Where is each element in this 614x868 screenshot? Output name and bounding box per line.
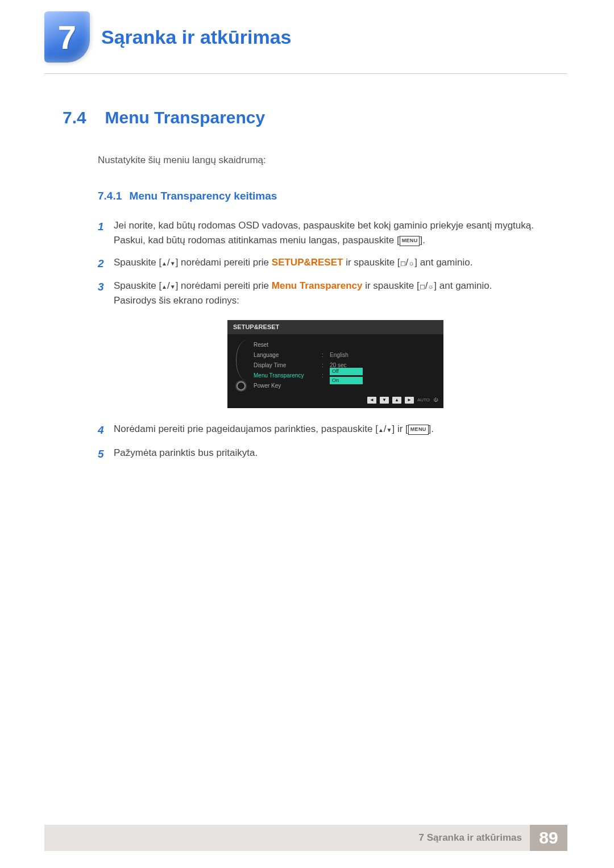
source-icon	[400, 257, 406, 268]
section-heading: 7.4 Menu Transparency	[63, 108, 557, 127]
colon: :	[322, 371, 330, 380]
arc-icon	[236, 340, 246, 380]
step-3-tail: Pasirodys šis ekrano rodinys:	[114, 295, 239, 306]
chapter-title: Sąranka ir atkūrimas	[101, 26, 292, 48]
step-body: Jei norite, kad būtų rodomas OSD vadovas…	[114, 218, 557, 248]
t: ] norėdami pereiti prie	[176, 280, 272, 291]
osd-value: English	[330, 351, 349, 360]
footer-text: 7 Sąranka ir atkūrimas	[419, 832, 522, 844]
step-body: Norėdami pereiti prie pageidaujamos pari…	[114, 422, 557, 438]
step-1-line2b: ].	[420, 235, 425, 246]
osd-label: Language	[254, 351, 322, 360]
highlight-menu-transparency: Menu Transparency	[272, 280, 363, 291]
osd-row-reset: Reset	[254, 340, 437, 350]
osd-screenshot: SETUP&RESET Reset Lan	[227, 320, 443, 408]
power-icon: ⏻	[433, 397, 438, 404]
t: ] ant gaminio.	[414, 257, 472, 268]
osd-title: SETUP&RESET	[227, 320, 443, 334]
t: Spauskite [	[114, 280, 161, 291]
t: ] norėdami pereiti prie	[176, 257, 272, 268]
step-body: Pažymėta parinktis bus pritaikyta.	[114, 446, 557, 462]
osd-label-selected: Menu Transparency	[254, 371, 322, 380]
header: 7 Sąranka ir atkūrimas	[44, 11, 567, 74]
step-3: 3 Spauskite [/] norėdami pereiti prie Me…	[98, 279, 557, 415]
t: ] ant gaminio.	[434, 280, 492, 291]
down-icon	[387, 423, 392, 434]
highlight-setup-reset: SETUP&RESET	[272, 257, 343, 268]
auto-label: AUTO	[417, 397, 430, 404]
t: Spauskite [	[114, 257, 161, 268]
step-number: 3	[98, 279, 114, 415]
osd-bottom-bar: ◄ ▼ ▲ ► AUTO ⏻	[227, 394, 443, 404]
step-1-line1: Jei norite, kad būtų rodomas OSD vadovas…	[114, 220, 534, 231]
subsection-number: 7.4.1	[98, 190, 122, 202]
colon: :	[322, 361, 330, 370]
step-number: 1	[98, 218, 114, 248]
subsection-title: Menu Transparency keitimas	[130, 190, 277, 202]
enter-icon	[428, 280, 434, 291]
subsection-heading: 7.4.1 Menu Transparency keitimas	[98, 190, 557, 202]
step-4: 4 Norėdami pereiti prie pageidaujamos pa…	[98, 422, 557, 438]
osd-option-on: On	[330, 377, 363, 384]
step-number: 2	[98, 255, 114, 272]
osd-label: Display Time	[254, 361, 322, 370]
colon: :	[322, 351, 330, 360]
step-body: Spauskite [/] norėdami pereiti prie Menu…	[114, 279, 557, 415]
osd-left-decor	[234, 340, 248, 391]
down-icon	[170, 280, 176, 291]
step-list: 1 Jei norite, kad būtų rodomas OSD vadov…	[98, 218, 557, 462]
menu-button-icon: MENU	[408, 425, 429, 435]
up-icon	[161, 280, 167, 291]
section-title: Menu Transparency	[105, 108, 265, 127]
down-icon	[170, 257, 176, 268]
badge-shape: 7	[44, 11, 90, 63]
content: 7.4 Menu Transparency Nustatykite šių me…	[63, 108, 557, 469]
intro-text: Nustatykite šių meniu langų skaidrumą:	[98, 155, 557, 166]
step-1-line2a: Paskui, kad būtų rodomas atitinkamas men…	[114, 235, 400, 246]
chapter-badge: 7	[44, 11, 90, 63]
step-number: 5	[98, 446, 114, 462]
down-icon: ▼	[380, 397, 389, 404]
osd-label: Reset	[254, 340, 322, 350]
source-icon	[420, 280, 425, 291]
left-icon: ◄	[367, 397, 376, 404]
t: ir spauskite [	[343, 257, 400, 268]
osd-row-menu-transparency: Menu Transparency : Off On	[254, 371, 437, 381]
osd-row-language: Language : English	[254, 350, 437, 360]
gear-icon	[237, 381, 246, 391]
step-5: 5 Pažymėta parinktis bus pritaikyta.	[98, 446, 557, 462]
up-icon	[378, 423, 384, 434]
footer: 7 Sąranka ir atkūrimas 89	[44, 825, 567, 851]
osd-label: Power Key	[254, 381, 322, 391]
right-icon: ►	[405, 397, 414, 404]
step-2: 2 Spauskite [/] norėdami pereiti prie SE…	[98, 255, 557, 272]
up-icon: ▲	[392, 397, 401, 404]
t: Norėdami pereiti prie pageidaujamos pari…	[114, 423, 378, 434]
menu-button-icon: MENU	[400, 236, 420, 246]
t: ].	[429, 423, 434, 434]
step-number: 4	[98, 422, 114, 438]
up-icon	[161, 257, 167, 268]
page-number: 89	[530, 825, 567, 851]
section-number: 7.4	[63, 108, 102, 127]
t: ] ir [	[392, 423, 408, 434]
step-1: 1 Jei norite, kad būtų rodomas OSD vadov…	[98, 218, 557, 248]
chapter-number: 7	[58, 18, 76, 56]
osd-option-off: Off	[330, 368, 363, 375]
enter-icon	[408, 257, 414, 268]
step-body: Spauskite [/] norėdami pereiti prie SETU…	[114, 255, 557, 272]
t: ir spauskite [	[362, 280, 419, 291]
